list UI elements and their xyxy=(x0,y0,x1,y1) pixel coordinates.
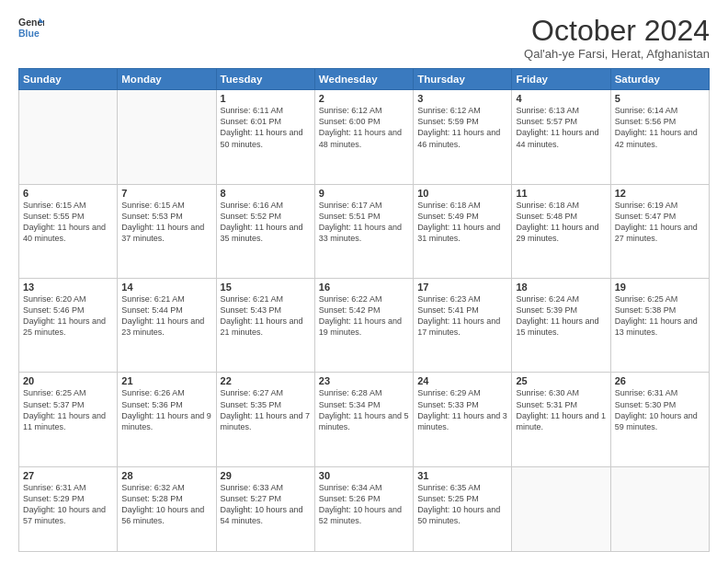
calendar-cell: 31Sunrise: 6:35 AM Sunset: 5:25 PM Dayli… xyxy=(414,466,512,551)
day-info: Sunrise: 6:13 AM Sunset: 5:57 PM Dayligh… xyxy=(516,105,606,150)
day-info: Sunrise: 6:14 AM Sunset: 5:56 PM Dayligh… xyxy=(615,105,705,150)
calendar-cell: 17Sunrise: 6:23 AM Sunset: 5:41 PM Dayli… xyxy=(414,279,512,373)
day-info: Sunrise: 6:26 AM Sunset: 5:36 PM Dayligh… xyxy=(121,387,211,432)
day-number: 5 xyxy=(615,93,705,104)
day-number: 13 xyxy=(23,282,113,293)
day-info: Sunrise: 6:19 AM Sunset: 5:47 PM Dayligh… xyxy=(615,200,705,245)
calendar-cell xyxy=(512,466,610,551)
day-info: Sunrise: 6:24 AM Sunset: 5:39 PM Dayligh… xyxy=(516,293,606,339)
day-number: 11 xyxy=(516,188,606,199)
day-number: 6 xyxy=(23,188,113,199)
calendar-cell: 8Sunrise: 6:16 AM Sunset: 5:52 PM Daylig… xyxy=(216,184,314,278)
day-info: Sunrise: 6:35 AM Sunset: 5:25 PM Dayligh… xyxy=(417,482,507,527)
day-number: 31 xyxy=(417,470,507,481)
day-number: 25 xyxy=(516,375,606,386)
calendar-cell: 4Sunrise: 6:13 AM Sunset: 5:57 PM Daylig… xyxy=(512,90,610,184)
day-info: Sunrise: 6:17 AM Sunset: 5:51 PM Dayligh… xyxy=(319,200,409,245)
calendar-cell: 9Sunrise: 6:17 AM Sunset: 5:51 PM Daylig… xyxy=(314,184,413,278)
day-number: 18 xyxy=(516,282,606,293)
day-number: 2 xyxy=(319,93,409,104)
day-number: 23 xyxy=(319,375,409,386)
day-info: Sunrise: 6:21 AM Sunset: 5:44 PM Dayligh… xyxy=(121,293,211,339)
weekday-header-monday: Monday xyxy=(118,69,216,90)
day-info: Sunrise: 6:29 AM Sunset: 5:33 PM Dayligh… xyxy=(417,387,507,432)
day-info: Sunrise: 6:25 AM Sunset: 5:37 PM Dayligh… xyxy=(23,387,113,432)
day-info: Sunrise: 6:12 AM Sunset: 5:59 PM Dayligh… xyxy=(417,105,507,150)
weekday-header-sunday: Sunday xyxy=(19,69,118,90)
day-info: Sunrise: 6:21 AM Sunset: 5:43 PM Dayligh… xyxy=(221,293,311,339)
day-info: Sunrise: 6:18 AM Sunset: 5:49 PM Dayligh… xyxy=(417,200,507,245)
calendar-cell: 20Sunrise: 6:25 AM Sunset: 5:37 PM Dayli… xyxy=(19,373,118,466)
day-number: 21 xyxy=(121,375,211,386)
day-number: 27 xyxy=(23,470,113,481)
calendar-cell xyxy=(118,90,216,184)
calendar-cell: 25Sunrise: 6:30 AM Sunset: 5:31 PM Dayli… xyxy=(512,373,610,466)
calendar-cell: 26Sunrise: 6:31 AM Sunset: 5:30 PM Dayli… xyxy=(610,373,709,466)
week-row-5: 27Sunrise: 6:31 AM Sunset: 5:29 PM Dayli… xyxy=(19,466,710,551)
week-row-3: 13Sunrise: 6:20 AM Sunset: 5:46 PM Dayli… xyxy=(19,279,710,373)
subtitle: Qal'ah-ye Farsi, Herat, Afghanistan xyxy=(524,47,710,61)
day-info: Sunrise: 6:33 AM Sunset: 5:27 PM Dayligh… xyxy=(221,482,311,527)
calendar-cell: 12Sunrise: 6:19 AM Sunset: 5:47 PM Dayli… xyxy=(610,184,709,278)
calendar-cell: 14Sunrise: 6:21 AM Sunset: 5:44 PM Dayli… xyxy=(118,279,216,373)
calendar-cell: 28Sunrise: 6:32 AM Sunset: 5:28 PM Dayli… xyxy=(118,466,216,551)
calendar-cell: 3Sunrise: 6:12 AM Sunset: 5:59 PM Daylig… xyxy=(414,90,512,184)
calendar-cell: 27Sunrise: 6:31 AM Sunset: 5:29 PM Dayli… xyxy=(19,466,118,551)
calendar-cell: 2Sunrise: 6:12 AM Sunset: 6:00 PM Daylig… xyxy=(314,90,413,184)
weekday-header-saturday: Saturday xyxy=(610,69,709,90)
week-row-1: 1Sunrise: 6:11 AM Sunset: 6:01 PM Daylig… xyxy=(19,90,710,184)
weekday-header-row: SundayMondayTuesdayWednesdayThursdayFrid… xyxy=(19,69,710,90)
title-block: October 2024 Qal'ah-ye Farsi, Herat, Afg… xyxy=(524,15,710,61)
calendar-cell xyxy=(19,90,118,184)
day-number: 30 xyxy=(319,470,409,481)
day-number: 9 xyxy=(319,188,409,199)
day-info: Sunrise: 6:30 AM Sunset: 5:31 PM Dayligh… xyxy=(516,387,606,432)
calendar-cell: 16Sunrise: 6:22 AM Sunset: 5:42 PM Dayli… xyxy=(314,279,413,373)
day-number: 24 xyxy=(417,375,507,386)
day-number: 14 xyxy=(121,282,211,293)
calendar-cell: 21Sunrise: 6:26 AM Sunset: 5:36 PM Dayli… xyxy=(118,373,216,466)
day-info: Sunrise: 6:16 AM Sunset: 5:52 PM Dayligh… xyxy=(221,200,311,245)
day-info: Sunrise: 6:23 AM Sunset: 5:41 PM Dayligh… xyxy=(417,293,507,339)
calendar-cell: 11Sunrise: 6:18 AM Sunset: 5:48 PM Dayli… xyxy=(512,184,610,278)
calendar-cell: 7Sunrise: 6:15 AM Sunset: 5:53 PM Daylig… xyxy=(118,184,216,278)
day-info: Sunrise: 6:31 AM Sunset: 5:29 PM Dayligh… xyxy=(23,482,113,527)
week-row-2: 6Sunrise: 6:15 AM Sunset: 5:55 PM Daylig… xyxy=(19,184,710,278)
weekday-header-wednesday: Wednesday xyxy=(314,69,413,90)
calendar-cell: 30Sunrise: 6:34 AM Sunset: 5:26 PM Dayli… xyxy=(314,466,413,551)
weekday-header-friday: Friday xyxy=(512,69,610,90)
calendar-cell: 22Sunrise: 6:27 AM Sunset: 5:35 PM Dayli… xyxy=(216,373,314,466)
day-number: 20 xyxy=(23,375,113,386)
svg-text:Blue: Blue xyxy=(18,28,40,39)
calendar-cell: 13Sunrise: 6:20 AM Sunset: 5:46 PM Dayli… xyxy=(19,279,118,373)
day-info: Sunrise: 6:12 AM Sunset: 6:00 PM Dayligh… xyxy=(319,105,409,150)
day-info: Sunrise: 6:25 AM Sunset: 5:38 PM Dayligh… xyxy=(615,293,705,339)
weekday-header-thursday: Thursday xyxy=(414,69,512,90)
day-info: Sunrise: 6:34 AM Sunset: 5:26 PM Dayligh… xyxy=(319,482,409,527)
day-number: 16 xyxy=(319,282,409,293)
day-info: Sunrise: 6:31 AM Sunset: 5:30 PM Dayligh… xyxy=(615,387,705,432)
day-number: 26 xyxy=(615,375,705,386)
calendar-cell: 19Sunrise: 6:25 AM Sunset: 5:38 PM Dayli… xyxy=(610,279,709,373)
day-info: Sunrise: 6:22 AM Sunset: 5:42 PM Dayligh… xyxy=(319,293,409,339)
logo-icon: General Blue xyxy=(18,15,44,40)
week-row-4: 20Sunrise: 6:25 AM Sunset: 5:37 PM Dayli… xyxy=(19,373,710,466)
calendar-table: SundayMondayTuesdayWednesdayThursdayFrid… xyxy=(18,68,710,552)
calendar-cell xyxy=(610,466,709,551)
day-number: 29 xyxy=(221,470,311,481)
day-info: Sunrise: 6:15 AM Sunset: 5:53 PM Dayligh… xyxy=(121,200,211,245)
day-info: Sunrise: 6:27 AM Sunset: 5:35 PM Dayligh… xyxy=(221,387,311,432)
day-number: 10 xyxy=(417,188,507,199)
day-number: 17 xyxy=(417,282,507,293)
day-number: 19 xyxy=(615,282,705,293)
weekday-header-tuesday: Tuesday xyxy=(216,69,314,90)
calendar-cell: 6Sunrise: 6:15 AM Sunset: 5:55 PM Daylig… xyxy=(19,184,118,278)
calendar-page: General Blue October 2024 Qal'ah-ye Fars… xyxy=(0,0,728,563)
main-title: October 2024 xyxy=(524,15,710,47)
logo: General Blue xyxy=(18,15,44,40)
header: General Blue October 2024 Qal'ah-ye Fars… xyxy=(18,15,710,61)
day-number: 15 xyxy=(221,282,311,293)
day-info: Sunrise: 6:18 AM Sunset: 5:48 PM Dayligh… xyxy=(516,200,606,245)
calendar-cell: 18Sunrise: 6:24 AM Sunset: 5:39 PM Dayli… xyxy=(512,279,610,373)
day-info: Sunrise: 6:15 AM Sunset: 5:55 PM Dayligh… xyxy=(23,200,113,245)
